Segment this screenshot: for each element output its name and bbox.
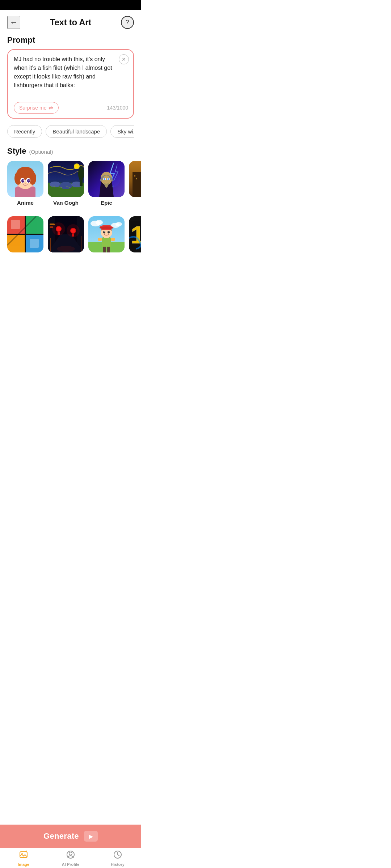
svg-rect-48: [25, 216, 43, 234]
style-header: Style (Optional): [7, 146, 134, 156]
header: ← Text to Art ?: [0, 10, 141, 32]
style-name-graffiti: Gro...: [141, 255, 141, 260]
prompt-text: MJ had no trouble with this, it's only w…: [14, 55, 128, 98]
style-item-epic[interactable]: Epic: [88, 161, 125, 210]
svg-point-23: [78, 166, 84, 181]
svg-point-85: [108, 231, 110, 234]
style-img-studio: [88, 216, 125, 252]
back-arrow-icon: ←: [10, 18, 18, 27]
prompt-section-label: Prompt: [7, 35, 134, 45]
style-item-flat[interactable]: [7, 216, 43, 260]
svg-point-84: [103, 231, 105, 234]
status-bar: [0, 0, 141, 10]
svg-point-19: [50, 182, 60, 187]
svg-point-10: [21, 179, 24, 183]
style-img-graffiti: 10 10: [129, 216, 141, 252]
style-item-cyberpunk[interactable]: [48, 216, 84, 260]
style-row-1: Anime: [7, 161, 134, 210]
svg-rect-77: [98, 238, 102, 241]
style-name-unreal: Uni...Eng...: [140, 200, 141, 210]
svg-point-6: [14, 172, 22, 185]
svg-point-31: [108, 178, 109, 180]
style-item-studio[interactable]: [88, 216, 125, 260]
help-button[interactable]: ?: [121, 16, 134, 29]
shuffle-icon: ⇌: [49, 105, 53, 111]
svg-rect-54: [30, 239, 39, 248]
clear-prompt-button[interactable]: ✕: [119, 54, 129, 64]
style-name-epic: Epic: [101, 200, 112, 206]
back-button[interactable]: ←: [7, 16, 20, 29]
svg-rect-68: [50, 226, 53, 228]
style-item-graffiti[interactable]: 10 10 Gro...: [129, 216, 141, 260]
svg-point-83: [99, 226, 114, 229]
svg-point-30: [104, 178, 106, 180]
clear-icon: ✕: [122, 56, 126, 62]
prompt-box[interactable]: MJ had no trouble with this, it's only w…: [7, 49, 134, 119]
style-img-vangogh: [48, 161, 84, 197]
svg-rect-45: [129, 161, 141, 197]
style-name-anime: Anime: [17, 200, 34, 206]
optional-label: (Optional): [29, 149, 53, 155]
svg-point-20: [59, 182, 72, 189]
surprise-me-button[interactable]: Surprise me ⇌: [14, 102, 59, 114]
style-row-2: 10 10 Gro...: [7, 216, 134, 260]
style-img-epic: [88, 161, 125, 197]
svg-point-13: [29, 180, 30, 181]
content: Prompt MJ had no trouble with this, it's…: [0, 32, 141, 260]
svg-point-7: [29, 172, 36, 185]
chips-row: Recently Beautiful landscape Sky wi...: [7, 125, 134, 138]
style-section-label: Style: [7, 146, 26, 156]
svg-rect-78: [111, 238, 115, 241]
svg-text:10: 10: [131, 221, 141, 248]
svg-rect-53: [11, 220, 20, 229]
svg-rect-49: [7, 234, 25, 252]
style-img-unreal: [129, 161, 141, 197]
chip-sky[interactable]: Sky wi...: [110, 125, 134, 138]
svg-point-12: [23, 180, 24, 181]
svg-point-87: [109, 231, 109, 232]
help-icon: ?: [126, 19, 129, 26]
svg-point-14: [25, 183, 26, 184]
svg-point-69: [57, 246, 75, 252]
svg-rect-75: [103, 247, 106, 252]
svg-point-86: [104, 231, 105, 232]
style-item-anime[interactable]: Anime: [7, 161, 43, 210]
style-img-cyberpunk: [48, 216, 84, 252]
style-item-unreal[interactable]: Uni...Eng...: [129, 161, 141, 210]
svg-rect-74: [102, 237, 111, 247]
page-title: Text to Art: [50, 17, 91, 27]
style-img-anime: [7, 161, 43, 197]
style-item-vangogh[interactable]: Van Gogh: [48, 161, 84, 210]
svg-rect-67: [50, 224, 55, 225]
style-name-vangogh: Van Gogh: [53, 200, 79, 206]
svg-point-91: [115, 222, 122, 226]
svg-point-89: [96, 220, 103, 225]
svg-rect-76: [107, 247, 110, 252]
chip-beautiful-landscape[interactable]: Beautiful landscape: [46, 125, 107, 138]
prompt-footer: Surprise me ⇌ 143/1000: [14, 102, 128, 114]
svg-point-17: [75, 164, 79, 169]
surprise-label: Surprise me: [19, 105, 46, 111]
svg-point-11: [27, 179, 30, 183]
chip-recently[interactable]: Recently: [7, 125, 42, 138]
style-img-flat: [7, 216, 43, 252]
char-count: 143/1000: [107, 105, 128, 111]
svg-point-66: [67, 224, 80, 237]
